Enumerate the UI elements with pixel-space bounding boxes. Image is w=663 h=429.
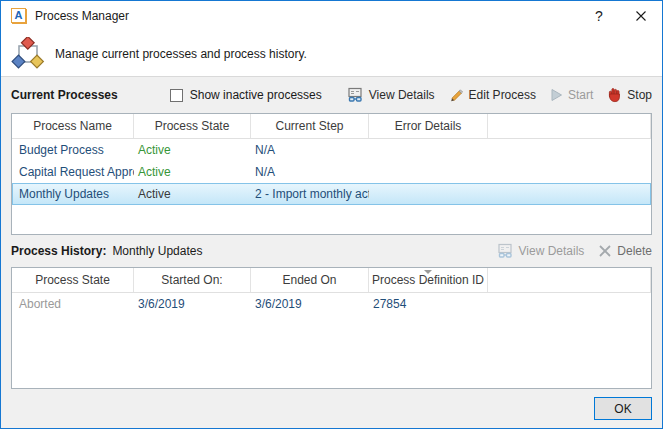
stop-label: Stop [627,88,652,102]
column-header-process-definition-id[interactable]: Process Definition ID [369,268,488,292]
column-header-current-step[interactable]: Current Step [251,114,369,138]
cell-process-definition-id: 27854 [369,293,488,315]
cell-process-state: Active [134,139,251,161]
current-processes-title: Current Processes [11,88,118,102]
cell-process-name: Budget Process [12,139,134,161]
stop-hand-icon [607,87,622,103]
sort-descending-icon [424,270,432,274]
column-header-filler [488,268,651,292]
process-manager-dialog: A Process Manager ? Manage current proce… [0,0,663,429]
current-processes-table: Process Name Process State Current Step … [11,113,652,235]
current-table-header-row: Process Name Process State Current Step … [12,114,651,139]
delete-button[interactable]: Delete [598,244,652,258]
history-table-row[interactable]: Aborted 3/6/2019 3/6/2019 27854 [12,293,651,315]
help-button[interactable]: ? [578,1,620,31]
current-processes-header: Current Processes Show inactive processe… [11,77,652,113]
edit-process-button[interactable]: Edit Process [449,88,536,103]
table-row-selected[interactable]: Monthly Updates Active 2 - Import monthl… [12,183,651,205]
process-flow-icon [11,37,45,71]
start-label: Start [568,88,593,102]
table-row[interactable]: Budget Process Active N/A [12,139,651,161]
column-header-process-state[interactable]: Process State [12,268,134,292]
cell-current-step: 2 - Import monthly actuals [251,183,369,205]
cell-ended-on: 3/6/2019 [251,293,369,315]
process-history-toolbar: View Details Delete [497,243,653,259]
history-view-details-label: View Details [519,244,585,258]
dialog-body: Current Processes Show inactive processe… [1,77,662,428]
cell-started-on: 3/6/2019 [134,293,251,315]
cell-error-details [369,161,488,183]
cell-process-state: Aborted [12,293,134,315]
window-title: Process Manager [35,9,129,23]
cell-process-name: Capital Request Approval [12,161,134,183]
start-icon [550,88,563,102]
view-details-icon [347,87,364,103]
view-details-button[interactable]: View Details [347,87,435,103]
process-history-table: Process State Started On: Ended On Proce… [11,267,652,389]
pencil-icon [449,88,464,103]
dialog-description: Manage current processes and process his… [55,47,307,61]
column-header-error-details[interactable]: Error Details [369,114,488,138]
view-details-label: View Details [369,88,435,102]
column-header-process-name[interactable]: Process Name [12,114,134,138]
cell-process-name: Monthly Updates [12,183,134,205]
table-row[interactable]: Capital Request Approval Active N/A [12,161,651,183]
dialog-header: Manage current processes and process his… [1,31,662,77]
dialog-footer: OK [11,389,652,428]
show-inactive-checkbox[interactable]: Show inactive processes [170,88,322,102]
delete-label: Delete [617,244,652,258]
current-processes-toolbar: View Details Edit Process Start [347,87,652,103]
column-header-process-state[interactable]: Process State [134,114,251,138]
stop-button[interactable]: Stop [607,87,652,103]
cell-current-step: N/A [251,161,369,183]
cell-error-details [369,183,488,205]
delete-x-icon [598,244,612,258]
edit-process-label: Edit Process [469,88,536,102]
start-button[interactable]: Start [550,88,593,102]
history-view-details-button[interactable]: View Details [497,243,585,259]
show-inactive-label: Show inactive processes [190,88,322,102]
column-header-filler [488,114,651,138]
history-table-header-row: Process State Started On: Ended On Proce… [12,268,651,293]
cell-process-state: Active [134,161,251,183]
title-bar: A Process Manager ? [1,1,662,31]
column-header-ended-on[interactable]: Ended On [251,268,369,292]
cell-current-step: N/A [251,139,369,161]
view-details-icon [497,243,514,259]
cell-error-details [369,139,488,161]
cell-process-state: Active [134,183,251,205]
column-header-started-on[interactable]: Started On: [134,268,251,292]
close-button[interactable] [620,1,662,31]
app-icon: A [11,8,27,24]
close-icon [635,10,647,22]
ok-button[interactable]: OK [594,397,652,420]
process-history-subject: Monthly Updates [112,244,202,258]
process-history-title: Process History: [11,244,106,258]
checkbox-box-icon[interactable] [170,89,183,102]
process-history-header: Process History: Monthly Updates View De… [11,235,652,267]
